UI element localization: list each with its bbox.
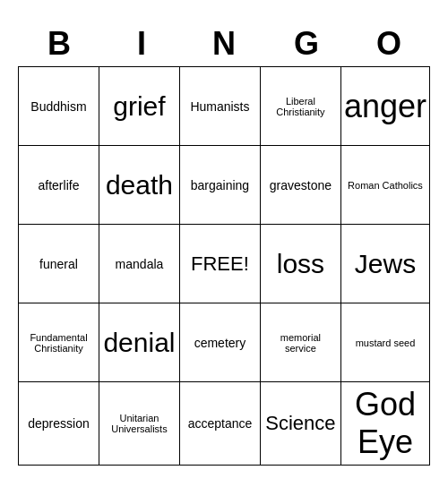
cell-text: memorial service: [263, 332, 338, 354]
bingo-cell: death: [99, 146, 180, 225]
bingo-card: BINGO BuddhismgriefHumanistsLiberal Chri…: [9, 13, 439, 474]
bingo-cell: Humanists: [180, 67, 261, 146]
cell-text: FREE!: [191, 252, 249, 276]
bingo-cell: memorial service: [261, 303, 341, 382]
cell-text: cemetery: [194, 336, 246, 350]
bingo-grid: BuddhismgriefHumanistsLiberal Christiani…: [18, 66, 430, 466]
cell-text: mustard seed: [356, 337, 416, 348]
cell-text: gravestone: [270, 178, 332, 192]
cell-text: God Eye: [344, 386, 426, 461]
cell-text: Humanists: [190, 99, 249, 114]
bingo-cell: Buddhism: [19, 67, 99, 146]
bingo-cell: anger: [341, 67, 430, 146]
header-letter: O: [348, 21, 430, 66]
cell-text: Buddhism: [30, 99, 86, 114]
bingo-cell: Roman Catholics: [341, 146, 430, 225]
cell-text: Liberal Christianity: [263, 96, 338, 117]
bingo-cell: God Eye: [341, 382, 430, 466]
header-letter: G: [265, 21, 348, 66]
cell-text: bargaining: [191, 178, 249, 192]
cell-text: afterlife: [39, 178, 80, 192]
header-letter: N: [183, 21, 265, 66]
bingo-cell: cemetery: [180, 303, 261, 382]
header-letter: I: [100, 21, 183, 66]
bingo-cell: denial: [99, 303, 180, 382]
bingo-cell: Unitarian Universalists: [99, 382, 180, 466]
bingo-cell: mustard seed: [341, 303, 430, 382]
bingo-cell: gravestone: [261, 146, 341, 225]
cell-text: Roman Catholics: [348, 180, 423, 191]
cell-text: Fundamental Christianity: [22, 332, 96, 354]
cell-text: grief: [113, 91, 165, 122]
cell-text: anger: [344, 88, 426, 125]
cell-text: funeral: [39, 257, 78, 271]
bingo-cell: Fundamental Christianity: [19, 303, 99, 382]
cell-text: acceptance: [188, 416, 253, 431]
cell-text: mandala: [116, 257, 164, 271]
cell-text: depression: [28, 416, 90, 431]
bingo-cell: FREE!: [180, 225, 261, 303]
bingo-cell: acceptance: [180, 382, 261, 466]
cell-text: Science: [265, 412, 335, 435]
cell-text: denial: [103, 328, 175, 358]
bingo-cell: depression: [19, 382, 99, 466]
bingo-cell: funeral: [19, 225, 99, 303]
bingo-cell: Jews: [341, 225, 430, 303]
cell-text: Unitarian Universalists: [102, 413, 177, 434]
bingo-cell: loss: [261, 225, 341, 303]
bingo-cell: afterlife: [19, 146, 99, 225]
cell-text: death: [106, 170, 173, 201]
cell-text: loss: [277, 249, 324, 279]
bingo-cell: Liberal Christianity: [261, 67, 341, 146]
bingo-cell: mandala: [99, 225, 180, 303]
cell-text: Jews: [355, 249, 416, 279]
bingo-cell: Science: [261, 382, 341, 466]
bingo-cell: grief: [99, 67, 180, 146]
bingo-cell: bargaining: [180, 146, 261, 225]
bingo-header: BINGO: [18, 21, 430, 66]
header-letter: B: [18, 21, 100, 66]
